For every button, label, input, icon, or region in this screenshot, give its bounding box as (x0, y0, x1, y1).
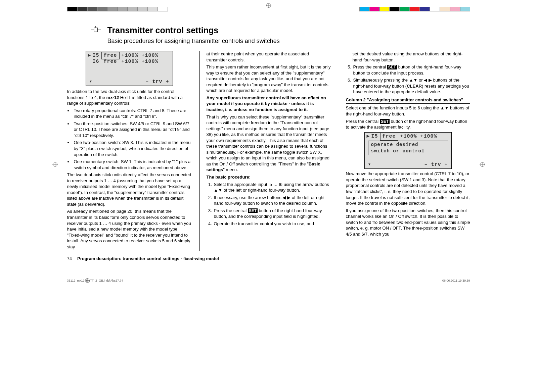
body-text: That is why you can select these "supple… (207, 114, 331, 173)
set-button-badge: SET (248, 208, 258, 213)
body-text: If you assign one of the two-position sw… (346, 208, 470, 237)
lcd-down-arrow-icon: ▾ (368, 161, 371, 168)
color-swatch (420, 7, 430, 11)
lcd-screenshot-1: ▶ I5 free +100% +100% I6 free +100% +100… (86, 51, 173, 86)
color-swatch (379, 7, 390, 11)
color-swatch (460, 7, 470, 11)
list-item: Operate the transmitter control you wish… (213, 221, 331, 227)
lcd-values: +100% +100% (400, 133, 437, 140)
body-text: The two dual-axis stick units directly a… (67, 172, 191, 207)
body-text-bold: Any superfluous transmitter control will… (207, 95, 331, 113)
body-text: Select one of the function inputs 5 to 6… (346, 105, 470, 117)
column-1: ▶ I5 free +100% +100% I6 free +100% +100… (67, 51, 191, 251)
registration-mark-bottom (85, 278, 90, 284)
color-swatch (87, 7, 97, 11)
color-swatch (390, 7, 400, 11)
body-text: Press the central SET button of the righ… (346, 118, 470, 130)
color-swatch (77, 7, 87, 11)
lcd-value: free (101, 58, 120, 65)
transmitter-icon (91, 26, 101, 35)
color-swatch (118, 7, 128, 11)
color-swatch (359, 7, 369, 11)
list-item: One momentary switch: SW 1. This is indi… (73, 159, 191, 170)
print-file-name: 33112_mx12_HoTT_2_GB.indd Abs27:74 (67, 279, 123, 283)
numbered-list: Select the appropriate input I5 … I6 usi… (207, 182, 331, 227)
column-2: at their centre point when you operate t… (199, 51, 331, 251)
body-text: Now move the appropriate transmitter con… (346, 171, 470, 206)
lcd-footer-label: – trv + (145, 79, 169, 85)
lcd-message-line: switch or control (371, 148, 445, 154)
list-item: Two three-position switches: SW 4/5 or C… (73, 121, 191, 139)
lcd-row-label: I6 (93, 58, 101, 65)
list-item: Two rotary proportional controls: CTRL 7… (73, 108, 191, 119)
body-text: As already mentioned on page 20, this me… (67, 208, 191, 250)
body-text: This may seem rather inconvenient at fir… (207, 64, 331, 94)
section-heading: Column 2 "Assigning transmitter controls… (346, 97, 470, 104)
body-text: set the desired value using the arrow bu… (353, 51, 470, 63)
color-swatch (97, 7, 107, 11)
set-button-badge: SET (380, 119, 390, 124)
lcd-selected-value: free (380, 133, 398, 140)
color-swatch (400, 7, 410, 11)
list-item: One two-position switch: SW 3. This is i… (73, 140, 191, 157)
svg-rect-10 (94, 28, 97, 32)
color-swatch (148, 7, 158, 11)
list-item: If necessary, use the arrow buttons ◀ ▶ … (213, 195, 331, 206)
svg-point-12 (95, 26, 96, 27)
list-item: Press the central SET button of the righ… (213, 208, 331, 219)
set-button-badge: SET (387, 65, 397, 69)
numbered-list-continued: Press the central SET button of the righ… (346, 64, 470, 95)
body-text: at their centre point when you operate t… (207, 51, 331, 63)
page-number: 74 (67, 256, 72, 262)
color-swatch (138, 7, 148, 11)
lcd-screenshot-2: ▶ I5 free +100% +100% operate desired sw… (364, 132, 452, 169)
bullet-list: Two rotary proportional controls: CTRL 7… (67, 108, 191, 170)
lcd-down-arrow-icon: ▾ (89, 79, 93, 85)
print-job-footer: 33112_mx12_HoTT_2_GB.indd Abs27:74 06.06… (67, 279, 470, 283)
color-swatch (67, 7, 77, 11)
color-swatch (107, 7, 118, 11)
body-text: In addition to the two dual-axis stick u… (67, 89, 191, 106)
color-swatch (450, 7, 460, 11)
lcd-cursor-icon: ▶ (367, 133, 371, 140)
lcd-message-line: operate desired (371, 142, 445, 148)
lcd-message-box: operate desired switch or control (368, 141, 448, 155)
color-swatch (369, 7, 379, 11)
list-item: Simultaneously pressing the ▲▼ or ◀ ▶ bu… (353, 77, 470, 95)
color-swatch (410, 7, 420, 11)
color-swatch (128, 7, 138, 11)
lcd-cursor-icon: ▶ (88, 52, 93, 59)
page-subtitle: Basic procedures for assigning transmitt… (107, 37, 470, 45)
color-swatch (440, 7, 450, 11)
procedure-heading: The basic procedure: (207, 174, 331, 180)
page-footer: 74 Program description: transmitter cont… (67, 256, 470, 262)
lcd-values: +100% +100% (122, 58, 159, 65)
print-timestamp: 06.06.2011 19:39:39 (442, 279, 470, 283)
registration-mark-top (266, 2, 271, 10)
lcd-row-label: I5 (371, 133, 380, 140)
registration-mark-left (52, 161, 58, 169)
color-swatch (430, 7, 440, 11)
registration-mark-right (480, 161, 485, 169)
page-header: Transmitter control settings Basic proce… (91, 25, 470, 45)
color-swatch (158, 7, 168, 11)
list-item: Select the appropriate input I5 … I6 usi… (213, 182, 331, 193)
column-3: set the desired value using the arrow bu… (339, 51, 470, 251)
lcd-footer-label: – trv + (424, 161, 448, 168)
footer-title: Program description: transmitter control… (77, 256, 219, 262)
page-title: Transmitter control settings (107, 25, 219, 36)
list-item: Press the central SET button of the righ… (353, 64, 470, 76)
